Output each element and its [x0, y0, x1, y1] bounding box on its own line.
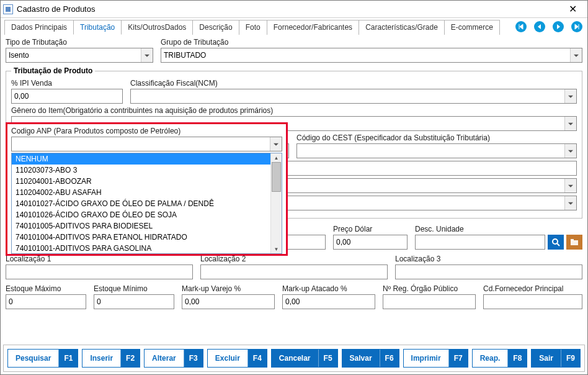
markup-varejo-input[interactable] [182, 294, 275, 309]
titlebar: Cadastro de Produtos ✕ [1, 1, 587, 18]
excluir-button[interactable]: ExcluirF4 [207, 349, 267, 368]
estoque-minimo-label: Estoque Mínimo [94, 284, 174, 293]
cod-fornecedor-label: Cd.Fornecedor Principal [483, 284, 582, 293]
tab-caracteristicas-grade[interactable]: Características/Grade [359, 20, 445, 35]
anp-option[interactable]: 740101005-ADITIVOS PARA BIODIESEL [12, 220, 270, 232]
anp-label: Codigo ANP (Para Produtos composto de Pe… [11, 127, 282, 135]
anp-option[interactable]: NENHUM [12, 153, 270, 165]
anp-option[interactable]: 740101004-ADITIVOS PARA ETANOL HIDRATADO [12, 232, 270, 243]
estoque-maximo-label: Estoque Máximo [6, 284, 86, 293]
scroll-up-icon[interactable]: ▲ [271, 153, 282, 162]
tab-kits-outrosdados[interactable]: Kits/OutrosDados [121, 20, 193, 35]
tab-dados-principais[interactable]: Dados Principais [4, 20, 74, 35]
cest-label: Código do CEST (Especificador da Substit… [296, 133, 577, 142]
svg-line-5 [557, 243, 559, 246]
preco-dolar-input[interactable] [333, 235, 408, 250]
tab-fornecedor-fabricantes[interactable]: Fornecedor/Fabricantes [267, 20, 359, 35]
localizacao-2-label: Localização 2 [200, 255, 388, 263]
anp-option[interactable]: 110204002-ABU ASAFAH [12, 187, 270, 198]
nav-last-icon[interactable] [570, 20, 584, 34]
reg-orgao-label: Nº Reg. Órgão Público [383, 284, 476, 293]
window-title: Cadastro de Produtos [17, 4, 560, 14]
anp-select[interactable] [11, 137, 282, 151]
scroll-thumb[interactable] [272, 162, 281, 192]
app-icon [3, 4, 13, 14]
anp-option[interactable]: 140101027-ÁCIDO GRAXO DE ÓLEO DE PALMA /… [12, 198, 270, 209]
anp-dropdown-highlight: Codigo ANP (Para Produtos composto de Pe… [6, 122, 288, 256]
localizacao-3-label: Localização 3 [395, 255, 582, 263]
tipo-tributacao-select[interactable] [6, 48, 153, 63]
markup-atacado-input[interactable] [282, 294, 375, 309]
scroll-down-icon[interactable]: ▼ [271, 245, 282, 253]
ncm-label: Classificação Fiscal(NCM) [130, 79, 577, 88]
svg-point-4 [553, 239, 558, 244]
estoque-minimo-input[interactable] [94, 294, 174, 309]
svg-rect-6 [571, 240, 578, 245]
close-button[interactable]: ✕ [560, 1, 585, 18]
estoque-maximo-input[interactable] [6, 294, 86, 309]
localizacao-1-label: Localização 1 [6, 255, 193, 263]
grupo-tributacao-label: Grupo de Tributação [161, 38, 582, 47]
nav-next-icon[interactable] [551, 20, 565, 34]
desc-unidade-input[interactable] [415, 235, 545, 250]
cancelar-button[interactable]: CancelarF5 [271, 349, 338, 368]
imprimir-button[interactable]: ImprimirF7 [403, 349, 468, 368]
preco-dolar-label: Preço Dólar [333, 225, 408, 233]
tipo-tributacao-label: Tipo de Tributação [6, 38, 153, 47]
svg-rect-7 [571, 239, 574, 241]
reg-orgao-input[interactable] [383, 294, 476, 309]
grupo-tributacao-select[interactable] [161, 48, 582, 63]
sair-button[interactable]: SairF9 [531, 349, 581, 368]
tab-ecommerce[interactable]: E-commerce [444, 20, 500, 35]
nav-first-icon[interactable] [514, 20, 528, 34]
localizacao-3-input[interactable] [395, 264, 582, 279]
nav-prev-icon[interactable] [533, 20, 546, 34]
reap-button[interactable]: Reap.F8 [472, 349, 528, 368]
cest-select[interactable] [296, 143, 577, 158]
inserir-button[interactable]: InserirF2 [82, 349, 140, 368]
tab-tributacao[interactable]: Tributação [73, 20, 122, 35]
action-button-bar: PesquisarF1 InserirF2 AlterarF3 ExcluirF… [3, 345, 585, 372]
salvar-button[interactable]: SalvarF6 [342, 349, 399, 368]
markup-varejo-label: Mark-up Varejo % [182, 284, 275, 293]
ipi-venda-label: % IPI Venda [11, 79, 123, 88]
localizacao-1-input[interactable] [6, 264, 193, 279]
genero-item-label: Gênero do Item(Obrigatório a contribuint… [11, 106, 577, 115]
tab-bar: Dados Principais Tributação Kits/OutrosD… [1, 18, 587, 35]
group-legend: Tributação de Produto [11, 66, 95, 75]
ipi-venda-input[interactable] [11, 89, 123, 104]
localizacao-2-input[interactable] [200, 264, 388, 279]
search-icon-button[interactable] [548, 235, 564, 250]
anp-scrollbar[interactable]: ▲ ▼ [270, 153, 282, 253]
tab-descricao[interactable]: Descrição [192, 20, 239, 35]
alterar-button[interactable]: AlterarF3 [144, 349, 203, 368]
folder-icon-button[interactable] [566, 235, 582, 250]
desc-unidade-label: Desc. Unidade [415, 225, 582, 233]
anp-option[interactable]: 110203073-ABO 3 [12, 165, 270, 176]
pesquisar-button[interactable]: PesquisarF1 [7, 349, 78, 368]
anp-option[interactable]: 140101026-ÁCIDO GRAXO DE ÓLEO DE SOJA [12, 209, 270, 220]
anp-option[interactable]: 740101001-ADITIVOS PARA GASOLINA [12, 243, 270, 253]
markup-atacado-label: Mark-up Atacado % [282, 284, 375, 293]
tab-foto[interactable]: Foto [239, 20, 267, 35]
cod-fornecedor-input[interactable] [483, 294, 582, 309]
ncm-select[interactable] [130, 89, 577, 104]
anp-option[interactable]: 110204001-ABOOZAR [12, 176, 270, 187]
anp-dropdown-list[interactable]: NENHUM110203073-ABO 3110204001-ABOOZAR11… [11, 153, 282, 254]
